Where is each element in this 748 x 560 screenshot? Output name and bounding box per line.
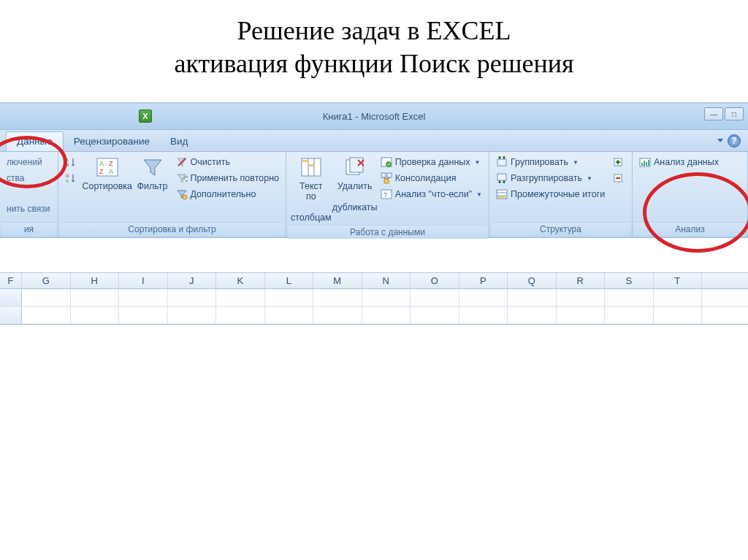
consolidate-button[interactable]: Консолидация bbox=[378, 170, 484, 186]
clear-filter-button[interactable]: Очистить bbox=[174, 154, 282, 170]
text-to-columns-button[interactable]: Текст постолбцам bbox=[291, 154, 332, 225]
col-header[interactable]: M bbox=[313, 273, 362, 288]
svg-rect-22 bbox=[381, 173, 386, 177]
col-header[interactable]: T bbox=[654, 273, 703, 288]
group-datatools-label: Работа с данными bbox=[288, 225, 487, 239]
consolidate-icon bbox=[381, 172, 392, 184]
group-outline-label: Структура bbox=[491, 222, 630, 236]
col-header[interactable]: L bbox=[265, 273, 314, 288]
properties-button[interactable]: ства bbox=[4, 170, 52, 186]
filter-icon bbox=[141, 156, 164, 179]
svg-point-10 bbox=[183, 195, 187, 199]
formula-bar-area bbox=[0, 238, 748, 273]
svg-rect-24 bbox=[384, 179, 389, 183]
group-icon bbox=[496, 156, 508, 168]
subtotal-icon bbox=[496, 188, 508, 200]
data-validation-button[interactable]: Проверка данных▼ bbox=[378, 154, 484, 170]
sort-button[interactable]: AZZA Сортировка bbox=[83, 154, 131, 193]
col-header[interactable]: P bbox=[459, 273, 508, 288]
what-if-icon: ? bbox=[381, 188, 392, 200]
slide-title: Решение задач в EXCEL активация функции … bbox=[0, 0, 748, 102]
group-rows-button[interactable]: Группировать▼ bbox=[494, 154, 607, 170]
remove-duplicates-icon bbox=[343, 156, 367, 179]
sort-asc-icon: AЯ bbox=[65, 156, 77, 168]
group-analysis-label: Анализ bbox=[634, 222, 746, 236]
show-detail-button[interactable] bbox=[611, 154, 625, 170]
minimize-button[interactable]: — bbox=[704, 107, 723, 120]
col-header[interactable]: I bbox=[119, 273, 168, 288]
ribbon-tabs: Данные Рецензирование Вид ? bbox=[0, 130, 748, 152]
reapply-icon bbox=[176, 172, 188, 184]
col-header[interactable]: Q bbox=[508, 273, 557, 288]
what-if-button[interactable]: ? Анализ "что-если"▼ bbox=[378, 186, 484, 202]
group-connections-label: ия bbox=[1, 222, 56, 236]
column-headers: F G H I J K L M N O P Q R S T bbox=[0, 273, 748, 289]
col-header[interactable]: N bbox=[362, 273, 411, 288]
help-icon[interactable]: ? bbox=[728, 134, 741, 147]
svg-text:Я: Я bbox=[66, 163, 69, 167]
col-header[interactable]: J bbox=[168, 273, 217, 288]
document-title: Книга1 - Microsoft Excel bbox=[323, 111, 426, 122]
maximize-button[interactable]: □ bbox=[725, 107, 744, 120]
reapply-filter-button[interactable]: Применить повторно bbox=[174, 170, 282, 186]
svg-rect-41 bbox=[646, 162, 647, 166]
sort-desc-icon: ЯA bbox=[65, 172, 77, 184]
svg-rect-27 bbox=[497, 159, 506, 166]
tab-review[interactable]: Рецензирование bbox=[64, 132, 160, 151]
sort-desc-button[interactable]: ЯA bbox=[63, 170, 79, 186]
group-data-tools: Текст постолбцам Удалитьдубликаты Провер… bbox=[286, 152, 489, 237]
advanced-filter-icon bbox=[176, 188, 188, 200]
ungroup-icon bbox=[496, 172, 508, 184]
group-outline: Группировать▼ Разгруппировать▼ Промежуто… bbox=[489, 152, 633, 237]
svg-text:A: A bbox=[66, 179, 69, 183]
title-bar: X Книга1 - Microsoft Excel — □ bbox=[0, 104, 748, 130]
sort-asc-button[interactable]: AЯ bbox=[63, 154, 79, 170]
col-header[interactable]: G bbox=[22, 273, 71, 288]
tab-data[interactable]: Данные bbox=[6, 131, 64, 151]
svg-rect-32 bbox=[497, 196, 506, 198]
svg-rect-15 bbox=[309, 164, 313, 166]
hide-detail-button[interactable] bbox=[611, 170, 625, 186]
grid-row[interactable] bbox=[0, 289, 748, 307]
svg-text:Z: Z bbox=[99, 168, 104, 175]
ribbon: лючений ства нить связи ия AЯ bbox=[0, 152, 748, 238]
svg-point-21 bbox=[386, 161, 392, 167]
col-header[interactable]: K bbox=[216, 273, 265, 288]
svg-rect-23 bbox=[387, 173, 392, 177]
filter-button[interactable]: Фильтр bbox=[133, 154, 172, 193]
svg-rect-42 bbox=[648, 160, 649, 166]
data-validation-icon bbox=[381, 156, 392, 168]
text-to-columns-icon bbox=[299, 156, 323, 179]
svg-text:?: ? bbox=[383, 191, 387, 199]
excel-screenshot: X Книга1 - Microsoft Excel — □ Данные Ре… bbox=[0, 102, 748, 325]
svg-rect-40 bbox=[644, 161, 645, 166]
col-header[interactable]: H bbox=[71, 273, 120, 288]
data-analysis-button[interactable]: Анализ данных bbox=[637, 154, 721, 170]
ungroup-button[interactable]: Разгруппировать▼ bbox=[494, 170, 607, 186]
col-header[interactable]: F bbox=[0, 273, 22, 288]
advanced-filter-button[interactable]: Дополнительно bbox=[174, 186, 282, 202]
svg-rect-17 bbox=[350, 158, 363, 172]
grid[interactable] bbox=[0, 289, 748, 324]
svg-text:A: A bbox=[109, 168, 113, 175]
col-header[interactable]: O bbox=[411, 273, 459, 288]
col-header[interactable]: R bbox=[557, 273, 606, 288]
group-sort-filter: AЯ ЯA AZZA Сортировка bbox=[58, 152, 286, 237]
group-connections: лючений ства нить связи ия bbox=[0, 152, 58, 237]
edit-links-button[interactable]: нить связи bbox=[4, 201, 52, 217]
group-analysis: Анализ данных Анализ bbox=[633, 152, 748, 237]
show-detail-icon bbox=[612, 156, 624, 168]
svg-text:Я: Я bbox=[66, 174, 69, 178]
connections-button[interactable]: лючений bbox=[4, 154, 52, 170]
group-sort-label: Сортировка и фильтр bbox=[60, 222, 284, 236]
col-header[interactable]: S bbox=[605, 273, 654, 288]
hide-detail-icon bbox=[612, 172, 624, 184]
svg-rect-14 bbox=[302, 160, 308, 162]
remove-duplicates-button[interactable]: Удалитьдубликаты bbox=[333, 154, 377, 214]
svg-rect-39 bbox=[641, 163, 643, 166]
ribbon-options-icon[interactable] bbox=[717, 139, 723, 142]
excel-app-icon: X bbox=[139, 110, 152, 123]
grid-row[interactable] bbox=[0, 307, 748, 324]
subtotal-button[interactable]: Промежуточные итоги bbox=[494, 186, 607, 202]
tab-view[interactable]: Вид bbox=[160, 132, 198, 151]
